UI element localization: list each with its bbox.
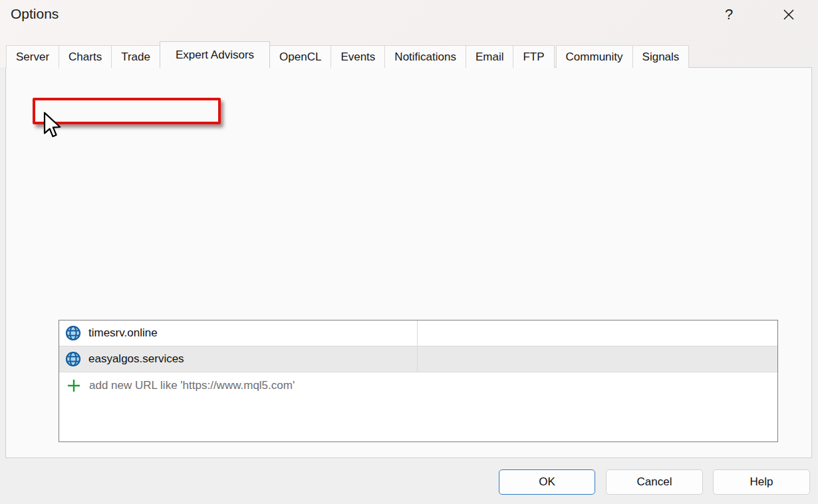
tab-community[interactable]: Community — [556, 45, 633, 68]
webrequest-url-list: timesrv.online easyalgos.services a — [59, 320, 778, 442]
tab-trade[interactable]: Trade — [111, 45, 160, 68]
url-cell: timesrv.online — [59, 320, 418, 346]
ok-button[interactable]: OK — [499, 469, 595, 495]
close-x-glyph — [781, 7, 797, 23]
url-text: easyalgos.services — [88, 352, 184, 366]
help-button[interactable]: Help — [713, 469, 810, 495]
help-glyph: ? — [725, 6, 733, 23]
add-url-row[interactable]: add new URL like 'https://www.mql5.com' — [59, 372, 777, 398]
plus-icon — [67, 378, 81, 393]
cancel-button[interactable]: Cancel — [606, 469, 703, 495]
options-dialog: Options ? Server Charts Trade Expert Adv… — [0, 0, 818, 504]
tab-strip: Server Charts Trade Expert Advisors Open… — [7, 41, 689, 68]
tab-notifications[interactable]: Notifications — [384, 45, 466, 68]
add-url-placeholder: add new URL like 'https://www.mql5.com' — [89, 379, 295, 392]
tab-server[interactable]: Server — [6, 45, 59, 68]
tab-expert-advisors[interactable]: Expert Advisors — [160, 41, 270, 68]
tab-email[interactable]: Email — [466, 45, 514, 68]
tab-opencl[interactable]: OpenCL — [269, 45, 331, 68]
url-list-item[interactable]: easyalgos.services — [59, 346, 777, 372]
url-list-item[interactable]: timesrv.online — [59, 320, 777, 346]
tab-signals[interactable]: Signals — [632, 45, 690, 68]
tab-charts[interactable]: Charts — [59, 45, 112, 68]
url-cell: easyalgos.services — [59, 346, 418, 372]
globe-icon — [65, 325, 81, 341]
help-icon[interactable]: ? — [710, 0, 748, 29]
window-title: Options — [11, 6, 59, 22]
tab-events[interactable]: Events — [331, 45, 385, 68]
url-text: timesrv.online — [88, 326, 158, 340]
url-cell-empty — [418, 320, 777, 346]
close-icon[interactable] — [770, 0, 807, 29]
globe-icon — [65, 351, 81, 367]
url-cell-empty — [418, 346, 777, 372]
tab-ftp[interactable]: FTP — [513, 45, 554, 68]
